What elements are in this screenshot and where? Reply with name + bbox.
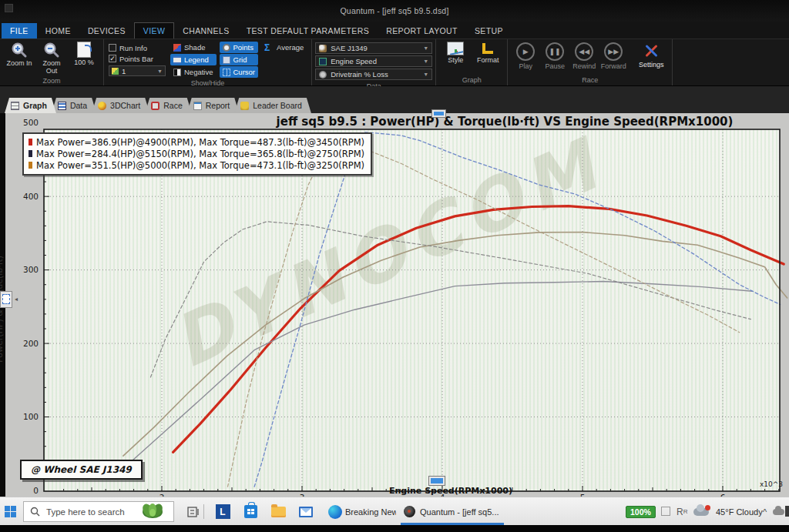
tray-clipped-icon[interactable]	[785, 506, 789, 517]
tab-data[interactable]: Data	[52, 98, 96, 113]
leader-board-tab-icon	[240, 102, 249, 110]
format-button[interactable]: Format	[472, 42, 503, 64]
taskbar-separator	[203, 504, 204, 519]
task-view-button[interactable]	[183, 497, 203, 526]
ribbon-tab-file[interactable]: FILE	[2, 23, 37, 38]
search-icon	[30, 507, 40, 517]
pinned-app-mail[interactable]	[296, 497, 316, 526]
legend-row-1: Max Power=386.9(HP)@4900(RPM), Max Torqu…	[29, 136, 364, 148]
points-bar-checkbox-row[interactable]: ✓Points Bar	[109, 53, 166, 64]
legend-button[interactable]: Legend	[170, 54, 217, 65]
style-button[interactable]: Style	[440, 42, 471, 64]
average-button[interactable]: Σ Average	[261, 42, 307, 53]
y-tick-label: 0	[33, 486, 39, 495]
tab-report[interactable]: Report	[187, 98, 240, 113]
pinned-app-store[interactable]	[240, 497, 260, 526]
x-tick-label: 5	[580, 493, 586, 497]
legend-box: Max Power=386.9(HP)@4900(RPM), Max Torqu…	[22, 132, 372, 176]
page-100-icon	[77, 42, 91, 58]
legend-marker	[29, 150, 32, 157]
tab-leader-board[interactable]: Leader Board	[234, 98, 311, 113]
ribbon-tab-home[interactable]: HOME	[37, 23, 79, 38]
document-tab-strip: GraphData3DChartRaceReportLeader Board	[0, 86, 789, 113]
tray-window-icon[interactable]	[661, 507, 670, 516]
microsoft-store-icon	[244, 505, 257, 518]
data-tab-icon	[58, 102, 66, 110]
chevron-down-icon: ▼	[423, 72, 428, 77]
sae-j1349-dropdown[interactable]: SAE J1349▼	[315, 42, 432, 54]
plot-border	[44, 129, 780, 491]
drivetrain-loss-dropdown[interactable]: Drivetrain % Loss▼	[315, 69, 432, 80]
window-titlebar: Quantum - [jeff sq5 b9.5.dsd]	[0, 0, 789, 22]
weather-cloud-icon	[693, 508, 709, 516]
cursor-handle-bottom[interactable]	[428, 476, 445, 486]
series-selector-value: 1	[122, 67, 157, 75]
points-button[interactable]: Points	[220, 42, 259, 53]
cursor-button[interactable]: Cursor	[220, 66, 259, 78]
format-icon	[480, 42, 495, 55]
zoom-out-button[interactable]: Zoom Out	[36, 42, 67, 75]
legend-row-2: Max Power=284.4(HP)@5150(RPM), Max Torqu…	[29, 148, 364, 159]
y-tick-label: 400	[23, 192, 39, 201]
chart-title: jeff sq5 b9.5 : Power(HP) & Torque(lb·ft…	[223, 115, 786, 129]
onedrive-tray-icon[interactable]	[773, 497, 784, 526]
x-tick-label: 3	[300, 493, 305, 497]
pinned-app-explorer[interactable]	[268, 497, 288, 526]
shade-button[interactable]: Shade	[170, 42, 217, 53]
points-bar-label: Points Bar	[119, 55, 153, 63]
axis-scroll-widget[interactable]	[0, 291, 12, 308]
tab-race[interactable]: Race	[145, 98, 192, 113]
series-selector-dropdown[interactable]: 1▼	[109, 65, 166, 76]
y-tick-label: 300	[23, 265, 39, 274]
chevron-down-icon: ▼	[423, 59, 428, 64]
settings-button[interactable]: Settings	[633, 42, 669, 69]
start-button[interactable]	[5, 497, 16, 526]
y-axis-label: Power(HP) & Torque(lb·ft)	[0, 221, 5, 398]
run-info-checkbox[interactable]	[109, 44, 116, 52]
pinned-app-l[interactable]: L	[213, 497, 233, 526]
ribbon-tab-devices[interactable]: DEVICES	[79, 23, 134, 38]
rewind-button[interactable]: ◀◀Rewind	[569, 42, 599, 70]
tab-3dchart[interactable]: 3DChart	[92, 98, 149, 113]
cursor-handle-top[interactable]	[431, 109, 446, 118]
pause-button[interactable]: ❚❚Pause	[540, 42, 569, 70]
ribbon-tab-channels[interactable]: CHANNELS	[174, 23, 237, 38]
wheel-sae-badge: @ Wheel SAE J1349	[20, 460, 143, 480]
x-axis-exponent: x10^3	[760, 480, 783, 488]
ribbon-tab-report-layout[interactable]: REPORT LAYOUT	[378, 23, 466, 38]
tab-graph[interactable]: Graph	[5, 98, 56, 113]
points-bar-checkbox[interactable]: ✓	[109, 55, 116, 62]
ribbon-tab-view[interactable]: VIEW	[134, 22, 174, 38]
cursor-icon	[223, 69, 230, 76]
drivetrain-loss-icon	[319, 71, 327, 79]
engine-speed-dropdown[interactable]: Engine Speed▼	[315, 55, 432, 67]
edge-icon	[328, 505, 342, 519]
ribbon-tab-test-default-parameters[interactable]: TEST DEFAULT PARAMETERS	[238, 23, 378, 38]
zoom-100-button[interactable]: 100 %	[69, 42, 99, 66]
shade-icon	[173, 44, 181, 52]
forward-button[interactable]: ▶▶Forward	[599, 42, 628, 70]
quantum-task-button[interactable]: Quantum - [jeff sq5...	[404, 497, 501, 526]
negative-button[interactable]: Negative	[170, 66, 217, 78]
settings-tools-icon	[643, 42, 660, 59]
play-button[interactable]: ▶Play	[511, 42, 540, 70]
group-label-zoom: Zoom	[3, 76, 100, 86]
grid-button[interactable]: Grid	[220, 54, 259, 65]
chart-area: DYNOCOM 500400300200100023456 jeff sq5 b…	[0, 113, 789, 497]
rewind-icon: ◀◀	[575, 42, 593, 61]
search-highlight-icon[interactable]	[140, 497, 165, 526]
search-placeholder: Type here to search	[46, 507, 125, 517]
battery-indicator[interactable]: 100%	[626, 497, 656, 526]
run-info-checkbox-row[interactable]: Run Info	[109, 42, 166, 53]
edge-button[interactable]	[325, 497, 345, 526]
tray-expand-caret[interactable]: ^	[763, 497, 767, 526]
edge-news-label[interactable]: Breaking News, Lat...	[345, 497, 396, 526]
tray-app-r-icon[interactable]: RR	[677, 497, 687, 526]
file-explorer-icon	[271, 507, 286, 517]
cursor-handle-fill	[431, 478, 443, 483]
quantum-app-icon	[404, 506, 415, 517]
zoom-in-button[interactable]: Zoom In	[4, 42, 35, 67]
ribbon-tab-setup[interactable]: SETUP	[466, 23, 512, 38]
screen: Quantum - [jeff sq5 b9.5.dsd] FILEHOMEDE…	[0, 0, 789, 532]
weather-widget[interactable]: 45°F Cloudy	[693, 497, 763, 526]
